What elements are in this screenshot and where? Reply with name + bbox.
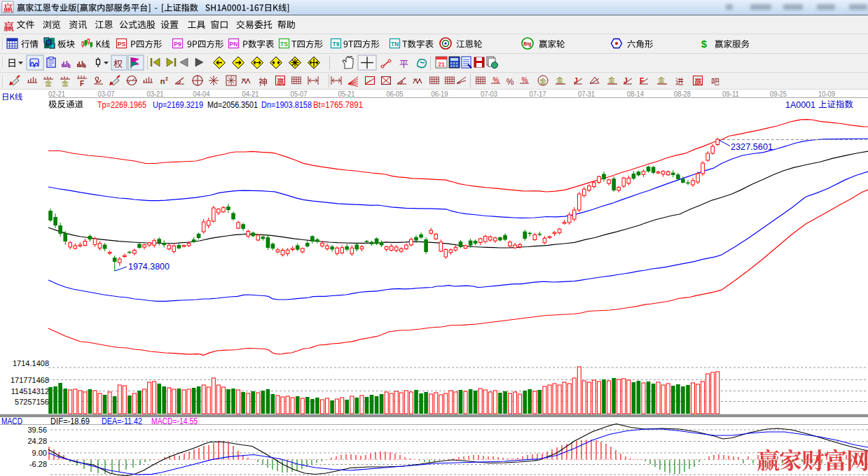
svg-text:F: F — [80, 80, 84, 88]
svg-text:1714.1408: 1714.1408 — [13, 359, 49, 368]
svg-text:05-07: 05-07 — [291, 90, 308, 98]
svg-text:P9: P9 — [174, 41, 181, 48]
svg-text:TN: TN — [391, 41, 399, 48]
svg-text:Big: Big — [523, 41, 531, 47]
svg-text:9: 9 — [83, 64, 86, 69]
svg-text:07-17: 07-17 — [530, 90, 546, 98]
svg-text:02-21: 02-21 — [48, 90, 65, 98]
svg-text:09-11: 09-11 — [722, 90, 739, 98]
svg-text:T9: T9 — [333, 41, 340, 48]
svg-text:04-21: 04-21 — [242, 90, 259, 98]
svg-text:-6.28: -6.28 — [29, 460, 47, 468]
svg-text:9.00: 9.00 — [32, 449, 47, 457]
svg-text:Md=2056.3501: Md=2056.3501 — [207, 100, 258, 110]
svg-text:03-07: 03-07 — [98, 90, 115, 98]
svg-text:$: $ — [701, 38, 708, 50]
svg-text:Dn=1903.8158: Dn=1903.8158 — [261, 100, 312, 110]
svg-text:08-28: 08-28 — [674, 90, 691, 98]
svg-text:07-31: 07-31 — [578, 90, 595, 98]
svg-text:06-19: 06-19 — [432, 90, 448, 98]
svg-text:%: % — [493, 76, 500, 84]
svg-text:2327.5601: 2327.5601 — [731, 142, 773, 152]
svg-text:24.28: 24.28 — [27, 437, 47, 445]
svg-text:n: n — [160, 77, 165, 85]
svg-text:1974.3800: 1974.3800 — [128, 262, 170, 272]
svg-text:Tp=2269.1965: Tp=2269.1965 — [97, 100, 146, 110]
svg-text:10-09: 10-09 — [818, 90, 835, 98]
svg-text:2: 2 — [165, 76, 168, 81]
svg-text:09-25: 09-25 — [770, 90, 787, 98]
svg-text:114514312: 114514312 — [11, 387, 49, 396]
svg-text:08-14: 08-14 — [627, 90, 644, 98]
svg-text:06-05: 06-05 — [387, 90, 404, 98]
svg-text:07-03: 07-03 — [481, 90, 497, 98]
svg-text:03-21: 03-21 — [147, 90, 164, 98]
svg-text:Up=2169.3219: Up=2169.3219 — [153, 100, 203, 110]
svg-text:%: % — [507, 77, 514, 87]
svg-text:PS: PS — [118, 41, 126, 48]
svg-text:39.56: 39.56 — [27, 426, 47, 434]
svg-text:57257156: 57257156 — [15, 398, 49, 406]
svg-text:3: 3 — [68, 64, 71, 69]
svg-text:04-04: 04-04 — [193, 90, 210, 98]
svg-text:05-21: 05-21 — [338, 90, 355, 98]
svg-text:1A0001: 1A0001 — [785, 100, 815, 110]
svg-text:%: % — [522, 76, 528, 84]
svg-text:Bt=1765.7891: Bt=1765.7891 — [313, 100, 363, 110]
svg-text:TS: TS — [280, 41, 288, 48]
svg-text:PN: PN — [230, 41, 238, 48]
svg-text:171771468: 171771468 — [11, 376, 49, 384]
svg-text:21: 21 — [438, 61, 445, 68]
